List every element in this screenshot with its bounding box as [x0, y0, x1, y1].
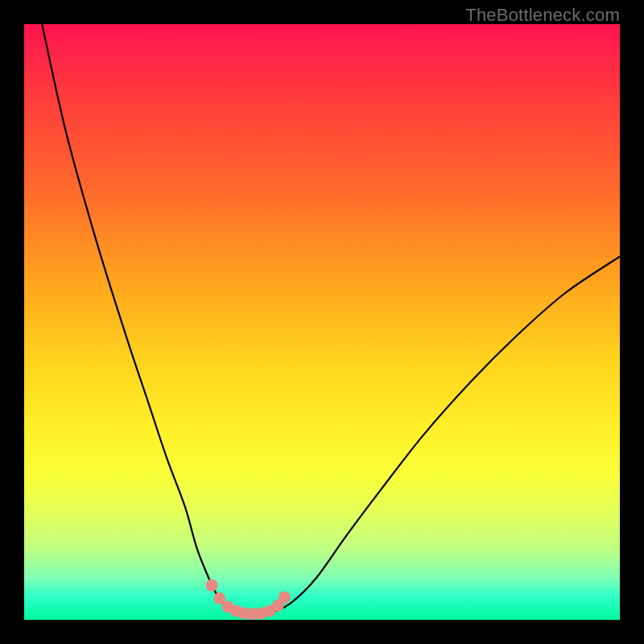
marker-dot: [213, 592, 225, 605]
curve-layer: [24, 24, 620, 620]
marker-dot: [263, 605, 275, 617]
marker-dot: [255, 607, 267, 619]
marker-dot: [222, 601, 234, 613]
main-curve: [42, 24, 620, 614]
marker-dot: [279, 591, 291, 603]
plot-area: [24, 24, 620, 620]
marker-dot: [272, 600, 284, 612]
marker-dot: [206, 580, 218, 592]
chart-stage: TheBottleneck.com: [0, 0, 644, 644]
marker-dot: [247, 608, 259, 620]
marker-dot: [238, 607, 250, 619]
marker-dot: [230, 605, 242, 617]
attribution-text: TheBottleneck.com: [465, 5, 620, 26]
marker-group: [206, 580, 291, 620]
